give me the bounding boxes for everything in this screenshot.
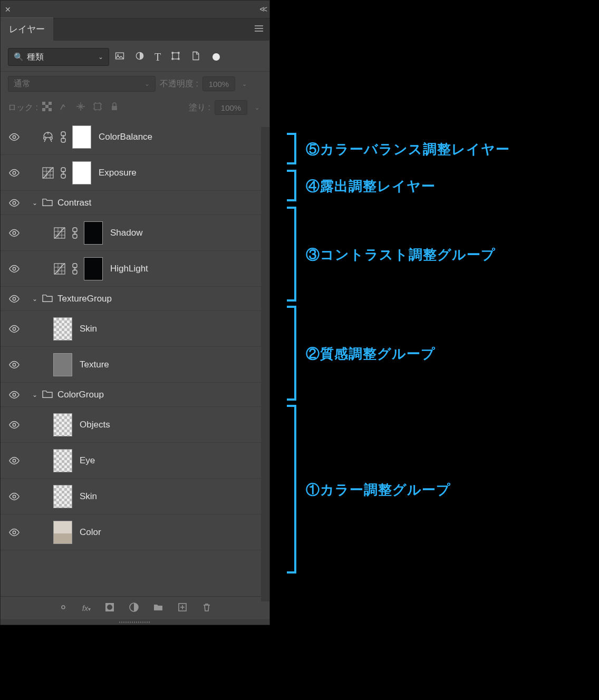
layer-skin-color[interactable]: Skin: [1, 479, 269, 514]
link-layers-icon[interactable]: [58, 602, 69, 615]
visibility-toggle[interactable]: [1, 197, 28, 209]
layer-eye[interactable]: Eye: [1, 443, 269, 479]
visibility-toggle[interactable]: [1, 167, 28, 179]
blend-mode-dropdown[interactable]: 通常 ⌄: [8, 76, 156, 92]
svg-point-16: [13, 135, 16, 139]
layer-name: Exposure: [99, 168, 137, 178]
layer-thumbnail[interactable]: [53, 353, 72, 376]
layer-thumbnail[interactable]: [53, 449, 72, 472]
filter-type-dropdown[interactable]: 🔍 種類 ⌄: [8, 48, 109, 66]
layer-name: Skin: [80, 324, 97, 334]
visibility-toggle[interactable]: [1, 293, 28, 305]
layer-texture[interactable]: Texture: [1, 347, 269, 383]
close-icon[interactable]: ✕: [5, 5, 11, 14]
chevron-down-icon: ⌄: [144, 80, 150, 88]
add-mask-icon[interactable]: [104, 602, 115, 615]
annotation-4: ④露出調整レイヤー: [287, 177, 436, 196]
visibility-toggle[interactable]: [1, 455, 28, 466]
svg-point-37: [13, 393, 16, 396]
layer-thumbnail[interactable]: [53, 521, 72, 544]
layer-name: HighLight: [110, 264, 148, 274]
lock-row: ロック : 塗り : 100% ⌄: [1, 96, 269, 119]
mask-thumbnail[interactable]: [84, 257, 103, 280]
layer-colorbalance[interactable]: ColorBalance: [1, 119, 269, 155]
chevron-down-icon: ⌄: [98, 53, 103, 61]
visibility-toggle[interactable]: [1, 419, 28, 431]
layer-name: Objects: [80, 420, 110, 430]
lock-artboard-icon[interactable]: [93, 102, 102, 113]
scrollbar[interactable]: [261, 127, 269, 601]
mask-thumbnail[interactable]: [72, 161, 91, 184]
lock-all-icon[interactable]: [110, 102, 119, 113]
colorbalance-icon: [40, 130, 56, 144]
group-caret-icon[interactable]: ⌄: [28, 199, 42, 207]
group-color[interactable]: ⌄ ColorGroup: [1, 383, 269, 407]
layer-highlight[interactable]: HighLight: [1, 251, 269, 287]
visibility-toggle[interactable]: [1, 359, 28, 371]
visibility-toggle[interactable]: [1, 323, 28, 335]
svg-rect-11: [49, 102, 52, 105]
annotation-area: ⑤カラーバランス調整レイヤー ④露出調整レイヤー ③コントラスト調整グループ ②…: [270, 0, 599, 700]
visibility-toggle[interactable]: [1, 227, 28, 239]
layer-name: Eye: [80, 455, 95, 466]
mask-thumbnail[interactable]: [84, 221, 103, 245]
blend-row: 通常 ⌄ 不透明度 : 100% ⌄: [1, 72, 269, 96]
svg-rect-4: [172, 52, 173, 53]
group-contrast[interactable]: ⌄ Contrast: [1, 191, 269, 215]
fx-icon[interactable]: fx▾: [82, 604, 91, 612]
annotation-2: ②質感調整グループ: [287, 345, 436, 363]
svg-point-41: [13, 531, 16, 534]
lock-label: ロック :: [8, 102, 38, 113]
opacity-value: 100%: [209, 80, 229, 89]
fill-input[interactable]: 100%: [215, 100, 247, 115]
filter-adjustment-icon[interactable]: [134, 51, 145, 64]
filter-toggle-icon[interactable]: [212, 53, 220, 61]
svg-point-25: [13, 201, 16, 205]
delete-icon[interactable]: [201, 602, 212, 615]
tab-layers[interactable]: レイヤー: [1, 17, 53, 41]
visibility-toggle[interactable]: [1, 527, 28, 538]
fill-stepper[interactable]: ⌄: [252, 100, 262, 115]
new-adjustment-icon[interactable]: [129, 602, 139, 615]
group-caret-icon[interactable]: ⌄: [28, 391, 42, 398]
lock-pixels-icon[interactable]: [59, 102, 69, 113]
svg-point-38: [13, 423, 16, 426]
visibility-toggle[interactable]: [1, 491, 28, 502]
opacity-stepper[interactable]: ⌄: [239, 76, 250, 91]
new-group-icon[interactable]: [153, 602, 163, 615]
annotation-text: ⑤カラーバランス調整レイヤー: [306, 140, 510, 159]
new-layer-icon[interactable]: [177, 602, 188, 615]
opacity-input[interactable]: 100%: [202, 76, 235, 91]
filter-smartobject-icon[interactable]: [190, 51, 201, 64]
collapse-icon[interactable]: <<: [259, 5, 265, 14]
visibility-toggle[interactable]: [1, 263, 28, 275]
layer-name: Texture: [80, 359, 109, 370]
visibility-toggle[interactable]: [1, 131, 28, 143]
mask-thumbnail[interactable]: [72, 125, 91, 149]
layer-color[interactable]: Color: [1, 514, 269, 550]
filter-shape-icon[interactable]: [170, 51, 181, 64]
layer-thumbnail[interactable]: [53, 413, 72, 436]
fill-value: 100%: [221, 103, 241, 112]
lock-transparency-icon[interactable]: [42, 102, 52, 113]
svg-point-40: [13, 495, 16, 498]
resize-handle[interactable]: [1, 619, 269, 625]
search-icon: 🔍: [14, 52, 24, 62]
layer-objects[interactable]: Objects: [1, 407, 269, 443]
svg-point-26: [13, 231, 16, 235]
filter-image-icon[interactable]: [114, 51, 125, 64]
filter-text-icon[interactable]: T: [154, 51, 161, 63]
visibility-toggle[interactable]: [1, 389, 28, 401]
layer-exposure[interactable]: Exposure: [1, 155, 269, 191]
group-caret-icon[interactable]: ⌄: [28, 295, 42, 303]
svg-point-21: [13, 171, 16, 174]
panel-menu-icon[interactable]: [254, 23, 264, 36]
lock-position-icon[interactable]: [76, 102, 85, 113]
group-texture[interactable]: ⌄ TextureGroup: [1, 287, 269, 311]
layer-thumbnail[interactable]: [53, 485, 72, 508]
layer-skin-texture[interactable]: Skin: [1, 311, 269, 347]
link-icon: [70, 262, 80, 275]
link-icon: [59, 131, 68, 143]
layer-thumbnail[interactable]: [53, 317, 72, 341]
layer-shadow[interactable]: Shadow: [1, 215, 269, 251]
